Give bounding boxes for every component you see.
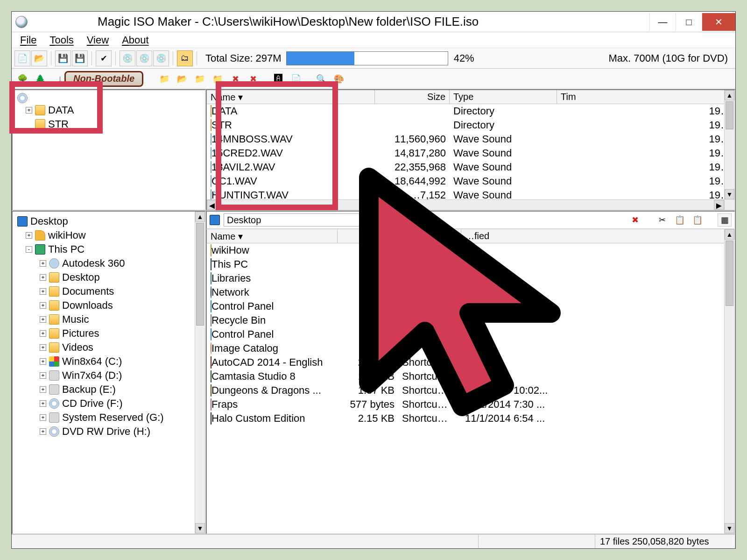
column-header-time[interactable]: Tim (557, 90, 734, 104)
expand-toggle-icon[interactable]: + (40, 400, 46, 407)
scroll-right-icon[interactable]: ► (714, 200, 724, 210)
expand-toggle-icon[interactable]: + (40, 344, 46, 351)
new-button[interactable]: 📄 (14, 50, 30, 66)
vertical-scrollbar[interactable]: ▲ ▼ (724, 229, 734, 533)
expand-toggle-icon[interactable]: + (26, 107, 32, 113)
column-header-name[interactable]: Name ▾ (207, 90, 375, 104)
list-item[interactable]: DATADirectory19… (207, 104, 734, 118)
properties-button[interactable]: ✔ (96, 50, 112, 66)
list-item[interactable]: Libraries (207, 271, 734, 285)
open-button[interactable]: 📂 (31, 50, 47, 66)
list-item[interactable]: Control Panel (207, 327, 734, 341)
scroll-thumb[interactable] (726, 101, 733, 129)
tree-collapse-icon[interactable]: 🌳 (14, 71, 30, 87)
extract-button[interactable]: 💿 (136, 50, 152, 66)
fs-tree-item[interactable]: +System Reserved (G:) (17, 411, 203, 425)
column-header-size[interactable]: Size (375, 90, 450, 104)
expand-toggle-icon[interactable]: - (26, 246, 32, 253)
location-combo[interactable]: Desktop ▾ (224, 213, 373, 227)
scroll-up-icon[interactable]: ▲ (725, 90, 734, 100)
fs-tree-item[interactable]: +Win8x64 (C:) (17, 354, 203, 369)
expand-toggle-icon[interactable]: + (40, 386, 46, 393)
column-header-modified[interactable]: …fied (461, 229, 734, 243)
down-arrow-icon[interactable]: ↓ (57, 73, 63, 85)
save-as-button[interactable]: 💾 (72, 50, 88, 66)
export-button[interactable]: 📄 (288, 71, 304, 87)
minimize-button[interactable]: — (649, 13, 676, 31)
explorer-toggle-button[interactable]: 🗂 (177, 50, 193, 66)
delete-all-button[interactable]: ✖ (245, 71, 261, 87)
fs-tree-item[interactable]: +CD Drive (F:) (17, 397, 203, 411)
expand-toggle-icon[interactable]: + (40, 372, 46, 379)
save-button[interactable]: 💾 (55, 50, 71, 66)
list-item[interactable]: This PC (207, 257, 734, 271)
expand-toggle-icon[interactable]: + (40, 330, 46, 337)
list-item[interactable]: Dungeons & Dragons ...1.37 KBShortcu…12/… (207, 383, 734, 397)
fs-tree-item[interactable]: +Videos (17, 340, 203, 354)
iso-tree-root[interactable] (17, 93, 203, 103)
fs-tree-root[interactable]: Desktop (17, 214, 203, 228)
folder-new-button[interactable]: 📁 (210, 71, 226, 87)
list-item[interactable]: Halo Custom Edition2.15 KBShortcu…11/1/2… (207, 411, 734, 425)
add-folder-button[interactable]: 📁 (156, 71, 172, 87)
menu-file[interactable]: File (20, 34, 36, 46)
list-item[interactable]: Control Panel (207, 299, 734, 313)
scroll-up-icon[interactable]: ▲ (195, 212, 205, 222)
iso-tree-item-str[interactable]: STR (17, 117, 203, 131)
horizontal-scrollbar[interactable]: ◄ ► (207, 199, 724, 210)
expand-toggle-icon[interactable]: + (40, 428, 46, 435)
scroll-thumb[interactable] (726, 241, 733, 306)
cut-button[interactable]: ✂ (655, 213, 669, 227)
rename-button[interactable]: 🅰 (270, 71, 286, 87)
fs-tree-item[interactable]: +Win7x64 (D:) (17, 369, 203, 383)
expand-toggle-icon[interactable]: + (40, 316, 46, 323)
fs-tree-item[interactable]: -This PC (17, 242, 203, 256)
close-button[interactable]: ✕ (702, 13, 735, 31)
fs-tree-item[interactable]: +Documents (17, 284, 203, 298)
list-item[interactable]: 15CRED2.WAV14,817,280Wave Sound19… (207, 146, 734, 160)
fs-tree-item[interactable]: +DVD RW Drive (H:) (17, 425, 203, 439)
fs-tree-item[interactable]: +Backup (E:) (17, 383, 203, 397)
fs-tree-item[interactable]: +Autodesk 360 (17, 256, 203, 270)
iso-tree-item-data[interactable]: + DATA (17, 103, 203, 117)
expand-toggle-icon[interactable]: + (40, 288, 46, 295)
scroll-down-icon[interactable]: ▼ (195, 523, 205, 533)
scroll-thumb[interactable] (196, 223, 204, 326)
paste-button[interactable]: 📋 (691, 213, 705, 227)
dropdown-icon[interactable]: ▾ (362, 214, 373, 226)
delete-button[interactable]: ✖ (227, 71, 243, 87)
menu-tools[interactable]: Tools (49, 34, 73, 46)
options-button[interactable]: 🎨 (331, 71, 347, 87)
expand-toggle-icon[interactable]: + (26, 232, 32, 239)
column-header-name[interactable]: Name ▾ (207, 229, 338, 243)
expand-toggle-icon[interactable]: + (40, 274, 46, 281)
fs-tree-item[interactable]: +Pictures (17, 326, 203, 340)
scroll-left-icon[interactable]: ◄ (207, 200, 217, 210)
list-item[interactable]: AutoCAD 2014 - English2.07 KBShortcu…11/… (207, 355, 734, 369)
menu-view[interactable]: View (87, 34, 109, 46)
fs-tree-item[interactable]: +Music (17, 312, 203, 326)
maximize-button[interactable]: □ (676, 13, 702, 31)
list-item[interactable]: wikiHow (207, 243, 734, 257)
folder-up-button[interactable]: 📁 (192, 71, 208, 87)
expand-toggle-icon[interactable]: + (40, 260, 46, 267)
search-button[interactable]: 🔍 (313, 71, 329, 87)
column-header-type[interactable] (398, 229, 461, 243)
add-file-button[interactable]: 📂 (174, 71, 190, 87)
burn-button[interactable]: 💿 (120, 50, 135, 66)
view-mode-button[interactable]: ▦ (718, 213, 732, 227)
list-item[interactable]: Image Catalog (207, 341, 734, 355)
column-header-size[interactable]: ↖ Size (338, 229, 398, 243)
list-item[interactable]: Network (207, 285, 734, 299)
delete-file-button[interactable]: ✖ (628, 213, 642, 227)
expand-toggle-icon[interactable]: + (40, 358, 46, 365)
tree-expand-icon[interactable]: 🌲 (32, 71, 48, 87)
fs-tree-item[interactable]: +wikiHow (17, 228, 203, 242)
list-item[interactable]: Fraps577 bytesShortcu…11/1/2014 7:30 ... (207, 397, 734, 411)
scroll-up-icon[interactable]: ▲ (725, 229, 734, 240)
column-header-type[interactable]: Type (450, 90, 557, 104)
list-item[interactable]: 18AVIL2.WAV22,355,968Wave Sound19… (207, 160, 734, 174)
bootable-status-badge[interactable]: Non-Bootable (64, 71, 143, 87)
list-item[interactable]: Recycle Bin (207, 313, 734, 327)
fs-tree-item[interactable]: +Desktop (17, 270, 203, 284)
